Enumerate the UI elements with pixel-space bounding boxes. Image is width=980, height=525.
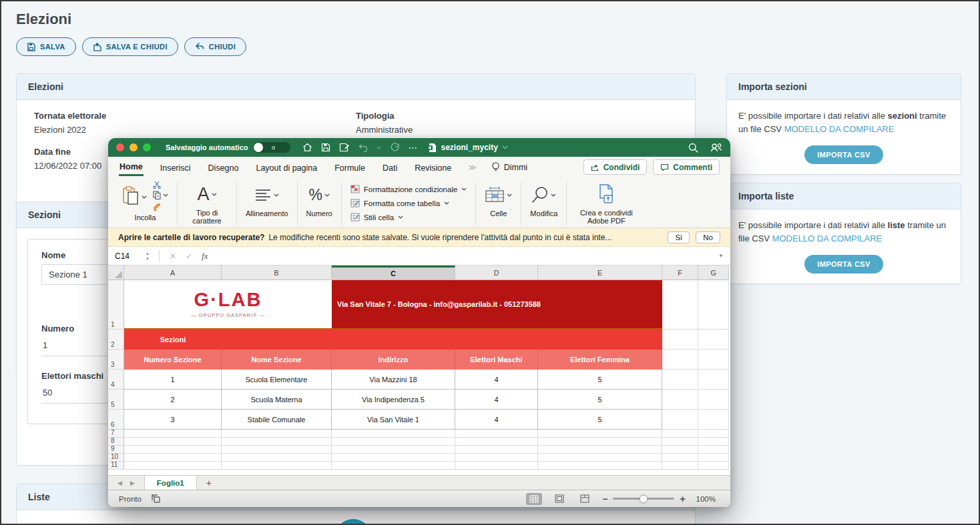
share-people-icon[interactable] bbox=[710, 143, 722, 152]
cell[interactable] bbox=[698, 454, 729, 462]
window-minimize-button[interactable] bbox=[130, 143, 138, 151]
close-button[interactable]: CHIUDI bbox=[184, 37, 246, 56]
column-header-c[interactable]: C bbox=[332, 266, 455, 280]
cell[interactable] bbox=[662, 462, 698, 470]
sheet-scroll-left-icon[interactable]: ◀ bbox=[117, 480, 122, 486]
page-layout-view-button[interactable] bbox=[551, 493, 567, 505]
cell[interactable] bbox=[222, 446, 332, 454]
font-button[interactable]: A bbox=[197, 182, 216, 207]
cell[interactable] bbox=[538, 430, 662, 438]
cell[interactable] bbox=[124, 454, 222, 462]
format-as-table-button[interactable]: Formatta come tabella bbox=[350, 196, 449, 210]
row-header[interactable]: 1 bbox=[108, 280, 124, 330]
confirm-entry-icon[interactable]: ✓ bbox=[186, 251, 192, 261]
row-header[interactable]: 6 bbox=[108, 410, 124, 430]
tab-overflow-icon[interactable]: ≫ bbox=[468, 163, 475, 172]
paste-button[interactable] bbox=[122, 182, 147, 211]
cell[interactable] bbox=[698, 370, 729, 390]
cell[interactable] bbox=[332, 438, 455, 446]
cell[interactable]: Via Mazzini 18 bbox=[332, 370, 455, 390]
selection-mode-icon[interactable] bbox=[151, 494, 161, 504]
edit-button[interactable] bbox=[531, 182, 556, 207]
cell[interactable] bbox=[698, 350, 729, 370]
comments-button[interactable]: Commenti bbox=[653, 159, 720, 175]
excel-titlebar[interactable]: Salvataggio automatico o ⋯ sezioni_mycit… bbox=[108, 138, 730, 157]
save-as-icon[interactable] bbox=[339, 143, 350, 152]
glab-logo[interactable]: G·LAB — GRUPPO GASPARI® — bbox=[124, 280, 332, 330]
cell[interactable] bbox=[698, 446, 729, 454]
save-and-close-button[interactable]: SALVA E CHIUDI bbox=[82, 37, 178, 56]
cell[interactable]: 3 bbox=[124, 410, 222, 430]
cell[interactable] bbox=[332, 462, 455, 470]
tab-revisione[interactable]: Revisione bbox=[414, 159, 452, 175]
cell[interactable]: 4 bbox=[455, 390, 538, 410]
table-column-header[interactable]: Nome Sezione bbox=[222, 350, 332, 370]
undo-dropdown-icon[interactable] bbox=[377, 146, 381, 149]
more-commands-icon[interactable]: ⋯ bbox=[408, 142, 418, 153]
tab-disegno[interactable]: Disegno bbox=[208, 159, 240, 175]
cell[interactable] bbox=[698, 410, 729, 430]
sheet-tab-foglio1[interactable]: Foglio1 bbox=[144, 476, 197, 490]
cell[interactable] bbox=[662, 430, 698, 438]
row-header[interactable]: 5 bbox=[108, 390, 124, 410]
company-banner-cell[interactable]: Via San Vitale 7 - Bologna - info@gaspar… bbox=[332, 280, 662, 330]
zoom-slider[interactable] bbox=[613, 498, 674, 500]
cell[interactable] bbox=[662, 390, 698, 410]
table-column-header[interactable]: Elettori Femmina bbox=[538, 350, 662, 370]
cancel-entry-icon[interactable]: ✕ bbox=[170, 251, 176, 261]
cell[interactable] bbox=[538, 438, 662, 446]
cell[interactable] bbox=[332, 430, 455, 438]
cell[interactable]: Scuola Materna bbox=[222, 390, 332, 410]
cell[interactable] bbox=[662, 446, 698, 454]
formula-input[interactable] bbox=[212, 247, 712, 265]
tab-formule[interactable]: Formule bbox=[334, 159, 366, 175]
row-header[interactable]: 3 bbox=[108, 350, 124, 370]
share-button[interactable]: Condividi bbox=[583, 159, 648, 175]
select-all-corner[interactable] bbox=[108, 266, 124, 280]
modello-da-compilare-link[interactable]: MODELLO DA COMPILARE bbox=[784, 124, 895, 134]
add-sheet-button[interactable]: + bbox=[197, 476, 221, 490]
sheet-scroll-right-icon[interactable]: ▶ bbox=[130, 480, 135, 486]
document-title[interactable]: sezioni_mycity bbox=[427, 143, 507, 153]
number-button[interactable]: % bbox=[308, 182, 329, 207]
cell[interactable]: Stabile Comunale bbox=[222, 410, 332, 430]
recovery-no-button[interactable]: No bbox=[696, 231, 720, 243]
formula-bar-expand-icon[interactable]: ▼ bbox=[712, 253, 730, 259]
cell[interactable] bbox=[698, 280, 729, 330]
undo-icon[interactable] bbox=[358, 143, 368, 152]
cell[interactable] bbox=[662, 280, 698, 330]
zoom-in-button[interactable]: + bbox=[680, 494, 685, 504]
name-box[interactable]: C14 bbox=[108, 251, 146, 261]
modello-da-compilare-link[interactable]: MODELLO DA COMPILARE bbox=[772, 233, 883, 243]
cell[interactable] bbox=[698, 462, 729, 470]
cell[interactable]: 2 bbox=[124, 390, 222, 410]
adobe-pdf-button[interactable] bbox=[597, 182, 615, 207]
cell[interactable]: 5 bbox=[538, 370, 662, 390]
cells-button[interactable] bbox=[485, 182, 512, 207]
table-column-header[interactable]: Indirizzo bbox=[332, 350, 455, 370]
table-title-cell[interactable]: Sezioni bbox=[124, 330, 662, 350]
cell[interactable] bbox=[538, 446, 662, 454]
conditional-formatting-button[interactable]: Formattazione condizionale bbox=[350, 182, 467, 196]
zoom-slider-knob[interactable] bbox=[640, 494, 648, 503]
importa-csv-sezioni-button[interactable]: IMPORTA CSV bbox=[804, 145, 883, 164]
cell[interactable]: Via Indipendenza 5 bbox=[332, 390, 455, 410]
tell-me-control[interactable]: Dimmi bbox=[491, 162, 527, 172]
tab-home[interactable]: Home bbox=[119, 158, 144, 176]
insert-function-icon[interactable]: fx bbox=[202, 251, 208, 261]
column-header-e[interactable]: E bbox=[538, 266, 662, 280]
zoom-out-button[interactable]: − bbox=[602, 494, 607, 504]
normal-view-button[interactable] bbox=[526, 493, 542, 505]
column-header-d[interactable]: D bbox=[455, 266, 538, 280]
row-header[interactable]: 2 bbox=[108, 330, 124, 350]
cell[interactable] bbox=[124, 446, 222, 454]
tab-dati[interactable]: Dati bbox=[382, 159, 398, 175]
cell[interactable] bbox=[662, 370, 698, 390]
cell[interactable] bbox=[455, 438, 538, 446]
cell[interactable] bbox=[455, 454, 538, 462]
window-zoom-button[interactable] bbox=[143, 143, 151, 151]
cell[interactable] bbox=[538, 454, 662, 462]
cell[interactable] bbox=[698, 430, 729, 438]
cell[interactable] bbox=[222, 454, 332, 462]
cell[interactable] bbox=[662, 350, 698, 370]
